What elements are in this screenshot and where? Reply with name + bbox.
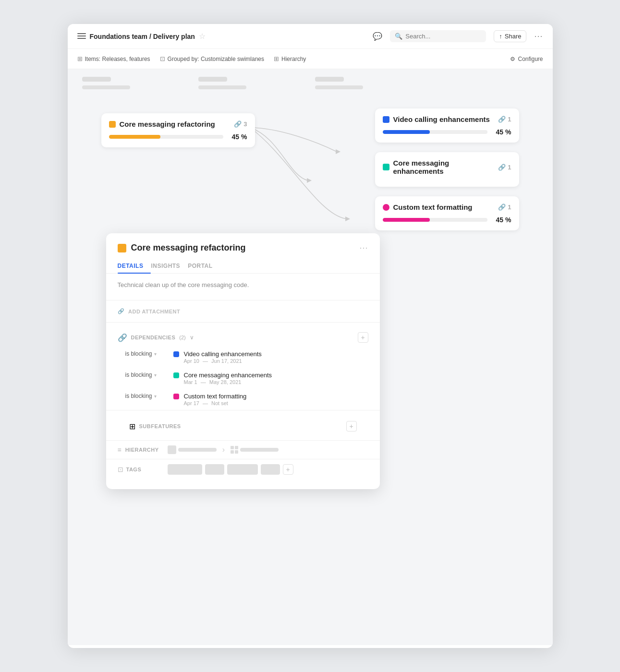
swimlane-col-2: [194, 77, 310, 89]
dep-count: (2): [179, 335, 185, 340]
items-filter[interactable]: ⊞ Items: Releases, features: [77, 55, 150, 62]
sub-toolbar: ⊞ Items: Releases, features ⊡ Grouped by…: [68, 49, 553, 69]
star-icon[interactable]: ☆: [199, 32, 206, 41]
board-card-title-cme: Core messaging enhancements 🔗 1: [383, 159, 511, 175]
dep-label: DEPENDENCIES: [131, 335, 176, 340]
dep-type-2[interactable]: is blocking ▾: [125, 372, 169, 378]
items-icon: ⊞: [77, 55, 83, 62]
board-card-video[interactable]: Video calling enhancements 🔗 1 45 %: [375, 108, 519, 143]
hier-icon: ≡: [118, 446, 122, 454]
content-area: Core messaging refactoring 🔗 3 45 %: [68, 69, 553, 645]
dep-name-3: Custom text formatting: [184, 393, 247, 400]
attachment-label: ADD ATTACHMENT: [128, 309, 180, 314]
link-icon-cme: 🔗: [498, 164, 506, 171]
dependencies-header: 🔗 DEPENDENCIES (2) ∨ +: [106, 326, 380, 347]
grouped-icon: ⊡: [160, 55, 165, 62]
swimlane-col-1: [77, 77, 194, 89]
dep-expand-icon[interactable]: ∨: [190, 334, 194, 341]
tag-1[interactable]: [168, 464, 202, 475]
search-input[interactable]: [405, 33, 481, 40]
swimlane-col-3: [310, 77, 427, 89]
progress-bg-ctf: [383, 218, 487, 222]
main-window: Foundations team / Delivery plan ☆ 💬 🔍 ↑…: [68, 24, 553, 648]
dep-row-1: is blocking ▾ Video calling enhancements…: [106, 347, 380, 368]
top-bar-left: Foundations team / Delivery plan ☆: [77, 32, 368, 41]
detail-dot: [118, 244, 126, 252]
progress-fill-video: [383, 130, 430, 134]
dot-ctf: [383, 204, 389, 211]
hierarchy-parent-bar: [178, 448, 217, 452]
link-count-cme: 🔗 1: [498, 164, 511, 171]
share-button[interactable]: ↑ Share: [494, 30, 526, 42]
dep-row-2: is blocking ▾ Core messaging enhancement…: [106, 368, 380, 389]
swimlane-text-3: [315, 85, 363, 89]
link-count-core: 🔗 3: [234, 120, 247, 128]
hierarchy-item-child: [231, 446, 279, 454]
top-bar-right: 💬 🔍 ↑ Share ···: [373, 30, 543, 42]
link-icon-core: 🔗: [234, 120, 242, 128]
detail-more-button[interactable]: ···: [359, 243, 368, 253]
link-icon-video: 🔗: [498, 116, 506, 123]
progress-pct-core: 45 %: [228, 133, 247, 141]
more-options-icon[interactable]: ···: [534, 31, 543, 41]
hierarchy-arrow: ›: [222, 445, 225, 454]
subfeatures-add-button[interactable]: +: [346, 421, 357, 432]
grouped-label: Grouped by: Customizable swimlanes: [168, 56, 264, 62]
tag-3[interactable]: [227, 464, 258, 475]
divider-2: [106, 322, 380, 323]
detail-header: Core messaging refactoring ···: [106, 233, 380, 253]
progress-pct-ctf: 45 %: [492, 216, 511, 224]
tag-2[interactable]: [205, 464, 224, 475]
subfeatures-icon: ⊞: [129, 422, 135, 431]
dep-arrow-1: ▾: [154, 351, 157, 357]
dot-cme: [383, 164, 389, 170]
swimlane-bar-1: [82, 77, 111, 82]
hamburger-icon[interactable]: [77, 33, 86, 40]
board-card-core-messaging[interactable]: Core messaging refactoring 🔗 3 45 %: [101, 113, 255, 147]
board-card-title-core: Core messaging refactoring 🔗 3: [109, 120, 247, 128]
tab-insights[interactable]: INSIGHTS: [151, 259, 188, 273]
board-card-ctf[interactable]: Custom text formatting 🔗 1 45 %: [375, 196, 519, 230]
board-card-title-video: Video calling enhancements 🔗 1: [383, 115, 511, 123]
search-bar[interactable]: 🔍: [390, 30, 486, 42]
swimlane-text-1: [82, 85, 130, 89]
configure-button[interactable]: ⚙ Configure: [510, 56, 543, 62]
configure-icon: ⚙: [510, 56, 515, 62]
card-title-core: Core messaging refactoring: [120, 120, 215, 128]
card-title-cme: Core messaging enhancements: [393, 159, 495, 175]
tag-4[interactable]: [261, 464, 280, 475]
dep-type-3[interactable]: is blocking ▾: [125, 393, 169, 399]
detail-description: Technical clean up of the core messaging…: [106, 274, 380, 296]
attachment-icon: 🔗: [118, 308, 125, 314]
dep-dates-1: Apr 10 — Jun 17, 2021: [184, 358, 262, 364]
dep-info-3: Custom text formatting Apr 17 — Not set: [184, 393, 247, 406]
right-cards: Video calling enhancements 🔗 1 45 %: [375, 108, 534, 230]
svg-marker-0: [336, 149, 340, 154]
dep-type-1[interactable]: is blocking ▾: [125, 350, 169, 357]
card-title-video: Video calling enhancements: [393, 115, 490, 123]
comment-icon[interactable]: 💬: [373, 32, 382, 41]
tab-details[interactable]: DETAILS: [118, 259, 151, 273]
add-attachment-button[interactable]: 🔗 ADD ATTACHMENT: [106, 304, 380, 318]
tag-add-button[interactable]: +: [283, 464, 293, 475]
dep-arrow-2: ▾: [154, 372, 157, 378]
hierarchy-icon: ⊞: [274, 55, 279, 62]
breadcrumb: Foundations team / Delivery plan: [90, 33, 195, 40]
swimlane-bar-3: [315, 77, 344, 82]
breadcrumb-team[interactable]: Foundations team / Delivery plan: [90, 33, 195, 40]
progress-fill-core: [109, 135, 160, 139]
divider-1: [106, 300, 380, 300]
grouped-filter[interactable]: ⊡ Grouped by: Customizable swimlanes: [160, 55, 264, 62]
link-num-cme: 1: [508, 164, 511, 171]
dep-icon: 🔗: [118, 333, 127, 342]
dep-name-1: Video calling enhancements: [184, 350, 262, 358]
tab-portal[interactable]: PORTAL: [188, 259, 220, 273]
dep-name-2: Core messaging enhancements: [184, 372, 272, 379]
dep-add-button[interactable]: +: [358, 332, 368, 343]
hierarchy-toggle[interactable]: ⊞ Hierarchy: [274, 55, 306, 62]
swimlane-text-2: [198, 85, 246, 89]
link-num-core: 3: [243, 120, 247, 128]
dep-arrow-3: ▾: [154, 394, 157, 399]
share-icon: ↑: [499, 33, 502, 40]
board-card-cme[interactable]: Core messaging enhancements 🔗 1: [375, 152, 519, 187]
